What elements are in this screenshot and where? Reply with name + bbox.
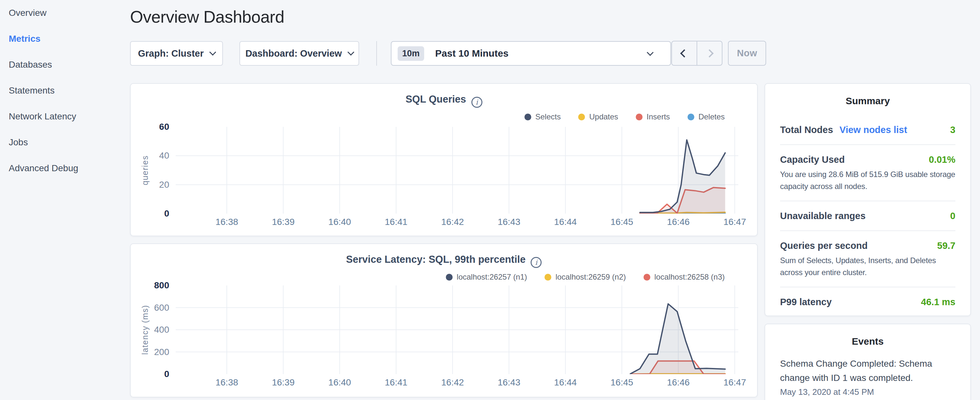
y-tick-label: 60 <box>130 121 169 132</box>
unavailable-ranges-row: Unavailable ranges 0 <box>780 201 955 230</box>
summary-panel: Summary Total Nodes View nodes list 3 Ca… <box>765 83 971 316</box>
chart-title-text: Service Latency: SQL, 99th percentile <box>346 254 526 265</box>
legend-label: Updates <box>589 112 618 121</box>
chart-title: Service Latency: SQL, 99th percentilei <box>131 254 757 268</box>
chart-canvas <box>176 127 738 214</box>
info-icon[interactable]: i <box>471 97 482 108</box>
chevron-down-icon <box>209 49 216 55</box>
legend-item[interactable]: localhost:26259 (n2) <box>544 273 626 282</box>
legend-item[interactable]: localhost:26257 (n1) <box>446 273 527 282</box>
x-tick-label: 16:40 <box>320 377 359 388</box>
y-tick-label: 800 <box>130 280 169 291</box>
now-button[interactable]: Now <box>728 41 766 66</box>
chart-plot-area <box>176 127 738 214</box>
unavailable-ranges-value: 0 <box>950 210 955 222</box>
x-tick-label: 16:47 <box>715 217 754 227</box>
graph-node-dropdown[interactable]: Graph: Cluster <box>130 41 223 66</box>
capacity-used-value: 0.01% <box>929 153 955 166</box>
legend-label: localhost:26257 (n1) <box>457 273 527 282</box>
y-tick-label: 0 <box>130 369 169 379</box>
chart-legend: SelectsUpdatesInsertsDeletes <box>525 112 725 121</box>
x-tick-label: 16:39 <box>264 217 302 227</box>
chart-title-text: SQL Queries <box>406 94 466 105</box>
time-range-dropdown[interactable]: 10m Past 10 Minutes <box>391 41 671 66</box>
legend-dot-icon <box>544 274 551 280</box>
page-title: Overview Dashboard <box>130 7 285 27</box>
prev-time-window-button[interactable] <box>672 41 697 65</box>
y-tick-label: 400 <box>130 324 169 335</box>
legend-label: Inserts <box>647 112 670 121</box>
time-range-badge: 10m <box>398 46 424 61</box>
x-tick-label: 16:43 <box>490 377 528 388</box>
capacity-used-label: Capacity Used <box>780 153 845 166</box>
y-tick-label: 20 <box>130 179 169 190</box>
x-tick-label: 16:41 <box>377 377 415 388</box>
sidebar-item-jobs[interactable]: Jobs <box>0 129 129 155</box>
sidebar-item-advanced-debug[interactable]: Advanced Debug <box>0 155 129 181</box>
legend-label: localhost:26259 (n2) <box>555 273 626 282</box>
x-tick-label: 16:45 <box>603 217 641 227</box>
dashboard-dropdown[interactable]: Dashboard: Overview <box>239 41 359 66</box>
x-tick-label: 16:43 <box>490 217 528 227</box>
controls-divider <box>376 41 377 66</box>
summary-title: Summary <box>765 84 970 107</box>
queries-per-second-label: Queries per second <box>780 239 868 252</box>
x-tick-label: 16:44 <box>546 377 585 388</box>
legend-dot-icon <box>687 113 694 120</box>
view-nodes-list-link[interactable]: View nodes list <box>840 124 907 136</box>
time-window-nav <box>671 41 722 66</box>
sidebar-item-network-latency[interactable]: Network Latency <box>0 104 129 129</box>
x-tick-label: 16:38 <box>207 377 246 388</box>
capacity-used-row: Capacity Used 0.01% You are using 28.6 M… <box>780 144 955 201</box>
y-tick-label: 600 <box>130 302 169 313</box>
legend-item[interactable]: Deletes <box>687 112 725 121</box>
legend-label: Selects <box>535 112 561 121</box>
db-console-screen: Overview Metrics Databases Statements Ne… <box>0 0 980 400</box>
events-panel: Events Schema Change Completed: Schema c… <box>765 324 971 400</box>
legend-item[interactable]: Selects <box>525 112 561 121</box>
x-tick-label: 16:40 <box>320 217 359 227</box>
legend-item[interactable]: Updates <box>578 112 618 121</box>
legend-label: localhost:26258 (n3) <box>654 273 725 282</box>
time-range-label: Past 10 Minutes <box>435 48 509 59</box>
sidebar-item-metrics[interactable]: Metrics <box>0 26 129 52</box>
queries-per-second-description: Sum of Selects, Updates, Inserts, and De… <box>780 254 955 278</box>
sidebar: Overview Metrics Databases Statements Ne… <box>0 0 129 400</box>
x-tick-label: 16:39 <box>264 377 302 388</box>
sidebar-item-overview[interactable]: Overview <box>0 0 129 26</box>
p99-latency-value: 46.1 ms <box>921 296 955 308</box>
sidebar-item-statements[interactable]: Statements <box>0 78 129 104</box>
legend-dot-icon <box>446 274 453 280</box>
chevron-down-icon <box>347 49 354 55</box>
total-nodes-label: Total Nodes <box>780 124 833 136</box>
p99-latency-label: P99 latency <box>780 296 832 308</box>
legend-dot-icon <box>636 113 643 120</box>
y-tick-label: 0 <box>130 208 169 219</box>
legend-item[interactable]: localhost:26258 (n3) <box>644 273 725 282</box>
event-text: Schema Change Completed: Schema change w… <box>780 357 943 385</box>
unavailable-ranges-label: Unavailable ranges <box>780 210 865 222</box>
summary-rows: Total Nodes View nodes list 3 Capacity U… <box>780 115 955 317</box>
legend-dot-icon <box>525 113 531 120</box>
graph-dropdown-label: Graph: Cluster <box>138 48 204 59</box>
y-tick-label: 40 <box>130 150 169 161</box>
queries-per-second-value: 59.7 <box>937 239 955 252</box>
info-icon[interactable]: i <box>531 257 542 268</box>
sidebar-item-databases[interactable]: Databases <box>0 52 129 78</box>
legend-dot-icon <box>644 274 650 280</box>
legend-dot-icon <box>578 113 585 120</box>
legend-item[interactable]: Inserts <box>636 112 670 121</box>
event-timestamp: May 13, 2020 at 4:45 PM <box>780 387 955 397</box>
chevron-left-icon <box>680 49 688 57</box>
x-tick-label: 16:47 <box>715 377 754 388</box>
chart-title: SQL Queriesi <box>131 94 757 108</box>
total-nodes-row: Total Nodes View nodes list 3 <box>780 115 955 144</box>
x-tick-label: 16:38 <box>207 217 246 227</box>
x-tick-label: 16:46 <box>659 377 698 388</box>
next-time-window-button[interactable] <box>697 41 722 65</box>
dashboard-dropdown-label: Dashboard: Overview <box>245 48 342 59</box>
x-tick-label: 16:42 <box>433 217 472 227</box>
event-item[interactable]: Schema Change Completed: Schema change w… <box>780 357 955 397</box>
chart-legend: localhost:26257 (n1)localhost:26259 (n2)… <box>446 273 725 282</box>
chevron-right-icon <box>705 49 713 57</box>
